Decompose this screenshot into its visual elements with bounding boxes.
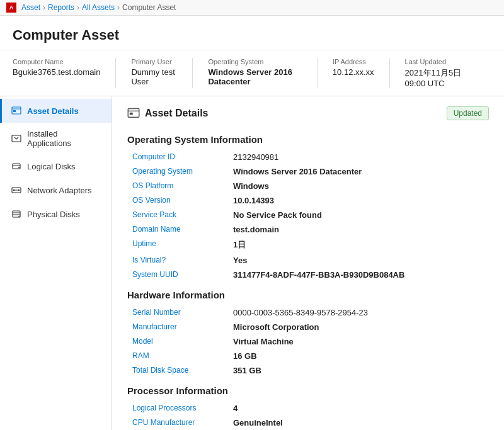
breadcrumb-asset[interactable]: Asset — [21, 3, 40, 12]
table-row: Uptime1日 — [127, 237, 489, 253]
row-value: 2132940981 — [228, 150, 489, 164]
row-label: OS Version — [127, 193, 228, 208]
row-value: test.domain — [228, 222, 489, 237]
sidebar-item-label: Physical Disks — [27, 210, 80, 219]
row-value: Virtual Machine — [228, 334, 489, 349]
row-label: OS Platform — [127, 179, 228, 193]
row-value: 10.0.14393 — [228, 193, 489, 208]
row-label: Is Virtual? — [127, 253, 228, 268]
info-bar: Computer NameBgukie3765.test.domainPrima… — [0, 50, 504, 96]
sidebar-item-physical-disks[interactable]: Physical Disks — [0, 202, 112, 226]
row-label: Uptime — [127, 237, 228, 253]
table-row: Computer ID2132940981 — [127, 150, 489, 164]
row-label: Serial Number — [127, 305, 228, 320]
row-value: 4 — [228, 401, 489, 416]
row-label: Operating System — [127, 164, 228, 179]
breadcrumb-bar: A Asset › Reports › All Assets › Compute… — [0, 0, 504, 16]
row-value: Windows Server 2016 Datacenter — [228, 164, 489, 179]
updated-badge: Updated — [447, 106, 489, 120]
row-label: Domain Name — [127, 222, 228, 237]
os-section-title: Operating System Information — [127, 134, 489, 145]
table-row: Operating SystemWindows Server 2016 Data… — [127, 164, 489, 179]
sidebar-item-installed-applications[interactable]: Installed Applications — [0, 123, 112, 154]
info-cell-value: Dummy test User — [131, 67, 177, 86]
page-title: Computer Asset — [13, 27, 491, 43]
section-title: Asset Details — [145, 108, 209, 119]
breadcrumb-all-assets[interactable]: All Assets — [82, 3, 115, 12]
row-value: Microsoft Corporation — [228, 320, 489, 334]
table-row: System UUID311477F4-8ADF-447F-BB3A-B930D… — [127, 268, 489, 282]
info-cell-label: IP Address — [333, 58, 374, 65]
info-cell-value: Windows Server 2016 Datacenter — [208, 67, 301, 86]
row-value: 16 GB — [228, 349, 489, 363]
hw-info-table: Serial Number0000-0003-5365-8349-9578-29… — [127, 305, 489, 378]
row-label: Computer ID — [127, 150, 228, 164]
hw-section-title: Hardware Information — [127, 290, 489, 300]
sidebar-item-label: Installed Applications — [27, 129, 103, 148]
sidebar-item-label: Asset Details — [27, 106, 79, 116]
table-row: ManufacturerMicrosoft Corporation — [127, 320, 489, 334]
svg-point-6 — [18, 167, 20, 168]
svg-rect-17 — [130, 113, 133, 115]
content-area: Asset Details Updated Operating System I… — [112, 96, 504, 430]
svg-point-9 — [13, 190, 14, 191]
table-row: Serial Number0000-0003-5365-8349-9578-29… — [127, 305, 489, 320]
svg-rect-3 — [12, 135, 21, 142]
info-cell: Computer NameBgukie3765.test.domain — [13, 58, 116, 88]
info-cell: Primary UserDummy test User — [131, 58, 193, 88]
table-row: Total Disk Space351 GB — [127, 363, 489, 378]
proc-info-table: Logical Processors4CPU ManufacturerGenui… — [127, 401, 489, 430]
row-label: Logical Processors — [127, 401, 228, 416]
row-value: 311477F4-8ADF-447F-BB3A-B930D9B084AB — [228, 268, 489, 282]
info-cell: Operating SystemWindows Server 2016 Data… — [208, 58, 317, 88]
info-cell-value: 10.12.xx.xx — [333, 67, 374, 77]
breadcrumb-current: Computer Asset — [122, 3, 176, 12]
row-label: CPU Manufacturer — [127, 416, 228, 430]
row-label: Model — [127, 334, 228, 349]
row-label: RAM — [127, 349, 228, 363]
main-layout: Asset DetailsInstalled ApplicationsLogic… — [0, 96, 504, 430]
sidebar-item-label: Network Adapters — [27, 186, 92, 195]
installed-applications-icon — [11, 133, 22, 144]
info-cell-label: Computer Name — [13, 58, 100, 65]
table-row: Domain Nametest.domain — [127, 222, 489, 237]
info-cell: IP Address10.12.xx.xx — [333, 58, 390, 88]
sidebar-item-label: Logical Disks — [27, 162, 76, 171]
physical-disks-icon — [11, 208, 22, 220]
table-row: Logical Processors4 — [127, 401, 489, 416]
svg-point-14 — [18, 216, 20, 217]
row-value: 351 GB — [228, 363, 489, 378]
sidebar-item-logical-disks[interactable]: Logical Disks — [0, 154, 112, 178]
row-label: Service Pack — [127, 208, 228, 222]
asset-details-icon — [127, 107, 140, 120]
row-value: 1日 — [228, 237, 489, 253]
table-row: RAM16 GB — [127, 349, 489, 363]
asset-details-icon — [11, 105, 22, 116]
svg-rect-2 — [13, 110, 16, 112]
row-value: No Service Pack found — [228, 208, 489, 222]
info-cell-value: 2021年11月5日 09:00 UTC — [405, 67, 476, 88]
sidebar-item-network-adapters[interactable]: Network Adapters — [0, 178, 112, 202]
info-cell-value: Bgukie3765.test.domain — [13, 67, 100, 77]
row-value: Yes — [228, 253, 489, 268]
proc-section-title: Processor Information — [127, 385, 489, 396]
row-label: Total Disk Space — [127, 363, 228, 378]
logical-disks-icon — [11, 161, 22, 172]
table-row: OS Version10.0.14393 — [127, 193, 489, 208]
info-cell-label: Operating System — [208, 58, 301, 65]
asset-icon: A — [6, 3, 16, 13]
sidebar-item-asset-details[interactable]: Asset Details — [0, 99, 112, 123]
section-title-bar: Asset Details Updated — [127, 106, 489, 124]
info-cell: Last Updated2021年11月5日 09:00 UTC — [405, 58, 491, 88]
table-row: ModelVirtual Machine — [127, 334, 489, 349]
table-row: OS PlatformWindows — [127, 179, 489, 193]
sidebar: Asset DetailsInstalled ApplicationsLogic… — [0, 96, 112, 430]
network-adapters-icon — [11, 184, 22, 196]
breadcrumb-reports[interactable]: Reports — [48, 3, 74, 12]
svg-point-10 — [18, 190, 20, 191]
row-value: 0000-0003-5365-8349-9578-2954-23 — [228, 305, 489, 320]
row-value: Windows — [228, 179, 489, 193]
row-label: System UUID — [127, 268, 228, 282]
page-header: Computer Asset — [0, 16, 504, 50]
table-row: Service PackNo Service Pack found — [127, 208, 489, 222]
